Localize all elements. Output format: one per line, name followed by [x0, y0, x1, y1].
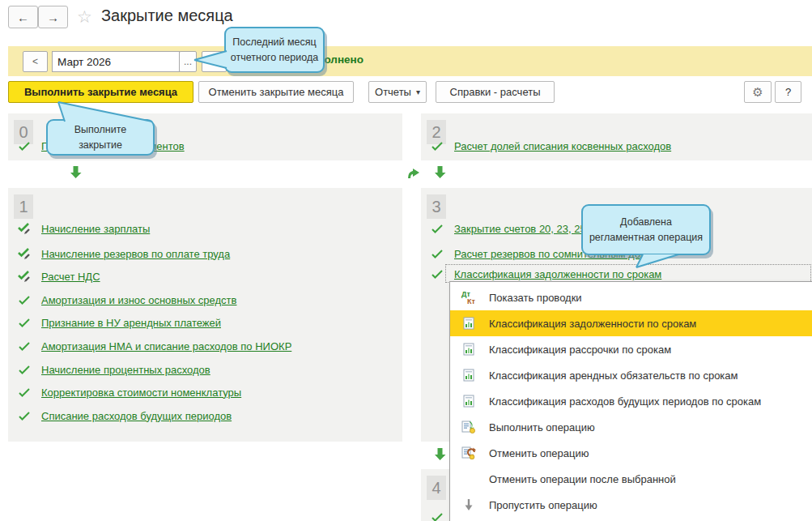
cancel-operation-icon	[460, 446, 478, 459]
check-icon	[18, 365, 31, 374]
run-closing-button[interactable]: Выполнить закрытие месяца	[8, 81, 193, 103]
report-icon	[460, 369, 478, 382]
operation-link[interactable]: Списание расходов будущих периодов	[41, 410, 232, 422]
settings-button[interactable]: ⚙	[744, 81, 772, 103]
check-icon	[431, 513, 444, 521]
flow-wrap-arrow-icon	[407, 166, 420, 182]
check-icon	[431, 270, 444, 279]
callout-tail	[630, 253, 685, 271]
check-icon	[431, 250, 444, 258]
operation-row: Признание в НУ арендных платежей	[18, 314, 221, 331]
check-icon	[18, 296, 31, 305]
callout-tail	[53, 100, 159, 122]
operation-row: Корректировка стоимости номенклатуры	[18, 384, 241, 400]
menu-item-report-installment-classification[interactable]: Классификация рассрочки по срокам	[450, 336, 812, 362]
context-menu: ДтКт Показать проводки Классификация зад…	[449, 281, 812, 521]
selection-focus-rect	[445, 264, 811, 283]
back-arrow-icon: ←	[17, 11, 29, 24]
menu-item-report-deferred-expenses-classification[interactable]: Классификация расходов будущих периодов …	[450, 388, 812, 414]
page-title: Закрытие месяца	[101, 6, 233, 25]
check-edited-icon	[18, 271, 31, 282]
favorite-star-icon[interactable]: ☆	[77, 7, 92, 27]
section-2: 2 Расчет долей списания косвенных расход…	[421, 113, 812, 160]
help-button[interactable]: ?	[775, 81, 801, 103]
operation-row: Начисление резервов по оплате труда	[18, 246, 230, 262]
operation-link[interactable]: Амортизация и износ основных средств	[41, 294, 236, 306]
check-edited-icon	[18, 223, 31, 234]
check-icon	[18, 318, 31, 327]
cancel-closing-button[interactable]: Отменить закрытие месяца	[198, 81, 354, 103]
check-icon	[18, 142, 31, 151]
report-icon	[460, 317, 478, 330]
report-icon	[460, 343, 478, 356]
check-edited-icon	[18, 248, 31, 259]
callout-added-operation: Добавлена регламентная операция	[581, 204, 711, 255]
operation-row: Начисление зарплаты	[18, 220, 150, 237]
report-icon	[460, 395, 478, 408]
operation-row: Начисление процентных расходов	[18, 361, 210, 378]
period-input[interactable]	[52, 51, 180, 72]
gear-icon: ⚙	[752, 85, 763, 100]
flow-down-arrow-icon	[70, 165, 82, 182]
reports-label: Отчеты	[375, 86, 411, 98]
operation-link[interactable]: Начисление резервов по оплате труда	[41, 248, 230, 260]
menu-item-show-postings[interactable]: ДтКт Показать проводки	[450, 284, 812, 310]
operation-row: Расчет НДС	[18, 268, 100, 284]
check-icon	[18, 342, 31, 351]
operation-link[interactable]: Расчет НДС	[41, 271, 100, 283]
operation-row	[431, 509, 444, 521]
menu-item-report-debt-classification[interactable]: Классификация задолженности по срокам	[450, 310, 812, 336]
run-operation-icon	[460, 421, 478, 433]
flow-down-arrow-icon	[434, 165, 446, 182]
operation-row: Расчет долей списания косвенных расходов	[431, 138, 671, 154]
menu-item-cancel-after-selected[interactable]: Отменить операции после выбранной	[450, 466, 812, 492]
check-icon	[431, 224, 444, 233]
check-icon	[18, 388, 31, 397]
refs-calcs-button[interactable]: Справки - расчеты	[436, 81, 555, 103]
forward-arrow-icon: →	[47, 11, 59, 24]
section-1-number: 1	[14, 194, 33, 219]
forward-button[interactable]: →	[38, 6, 68, 28]
callout-tail	[191, 47, 228, 71]
menu-item-skip-operation[interactable]: Пропустить операцию	[450, 492, 812, 518]
callout-period-hint: Последний месяц отчетного периода	[224, 27, 325, 73]
operation-link[interactable]: Начисление процентных расходов	[41, 364, 210, 376]
section-3-number: 3	[427, 194, 446, 219]
skip-operation-icon	[460, 498, 478, 511]
operation-row: Списание расходов будущих периодов	[18, 408, 232, 424]
check-icon	[18, 412, 31, 421]
flow-down-arrow-icon	[434, 447, 446, 464]
menu-item-cancel-operation[interactable]: Отменить операцию	[450, 440, 812, 466]
operation-row: Амортизация НМА и списание расходов по Н…	[18, 338, 291, 354]
operation-link[interactable]: Корректировка стоимости номенклатуры	[41, 386, 241, 399]
callout-run-hint: Выполните закрытие	[46, 119, 155, 156]
operation-link[interactable]: Расчет долей списания косвенных расходов	[454, 140, 671, 152]
section-4-number: 4	[427, 476, 446, 500]
operation-row: Закрытие счетов 20, 23, 25, 26	[431, 220, 603, 237]
back-button[interactable]: ←	[8, 6, 38, 28]
menu-item-run-operation[interactable]: Выполнить операцию	[450, 414, 812, 440]
chevron-down-icon: ▾	[416, 88, 420, 96]
period-bar: < ... > Выполнено	[8, 46, 812, 76]
operation-link[interactable]: Признание в НУ арендных платежей	[41, 317, 221, 329]
prev-month-button[interactable]: <	[23, 51, 48, 72]
check-icon	[431, 142, 444, 151]
operation-link[interactable]: Амортизация НМА и списание расходов по Н…	[41, 340, 291, 352]
dt-kt-postings-icon: ДтКт	[460, 289, 478, 305]
operation-row: Амортизация и износ основных средств	[18, 292, 236, 308]
operation-link[interactable]: Начисление зарплаты	[41, 223, 150, 235]
menu-item-report-lease-classification[interactable]: Классификация арендных обязательств по с…	[450, 362, 812, 388]
section-1: 1 Начисление зарплаты Начисление резерво…	[8, 188, 402, 442]
month-closing-window: ← → ☆ Закрытие месяца < ... > Выполнено …	[0, 0, 812, 521]
reports-dropdown-button[interactable]: Отчеты ▾	[368, 81, 427, 103]
